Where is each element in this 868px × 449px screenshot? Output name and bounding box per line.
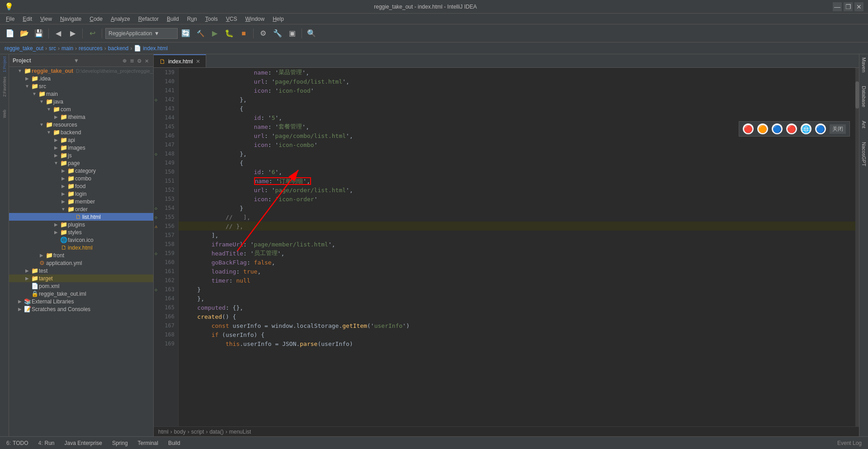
menu-navigate[interactable]: Navigate [57, 15, 85, 23]
menu-build[interactable]: Build [163, 15, 183, 23]
tree-item-itheima[interactable]: ▶ 📁 itheima [9, 113, 153, 121]
breadcrumb-backend[interactable]: backend [108, 45, 128, 52]
breadcrumb-src[interactable]: src [49, 45, 56, 52]
editor-tab-index-html[interactable]: 🗋 index.html ✕ [154, 54, 206, 67]
tree-item-pom-xml[interactable]: 📄 pom.xml [9, 282, 153, 290]
tree-item-js[interactable]: ▶ 📁 js [9, 151, 153, 159]
bottom-tab-build[interactable]: Build [164, 439, 185, 447]
bottom-tab-event-log[interactable]: Event Log [833, 439, 866, 447]
breadcrumb-script[interactable]: script [191, 429, 204, 435]
menu-edit[interactable]: Edit [19, 15, 36, 23]
menu-refactor[interactable]: Refactor [135, 15, 162, 23]
toolbar-stop-button[interactable]: ■ [237, 27, 250, 40]
vertical-scrollbar[interactable] [855, 68, 859, 426]
browser-ie-icon[interactable]: 🌐 [801, 123, 811, 134]
tree-item-api[interactable]: ▶ 📁 api [9, 136, 153, 144]
toolbar-run-button[interactable]: ▶ [208, 27, 221, 40]
tree-item-main[interactable]: ▼ 📁 main [9, 90, 153, 98]
browser-safari-icon[interactable]: 🔵 [815, 123, 826, 134]
menu-run[interactable]: Run [184, 15, 201, 23]
toolbar-new-button[interactable]: 📄 [4, 27, 16, 40]
tree-item-target[interactable]: ▶ 📁 target [9, 274, 153, 282]
tree-item-page[interactable]: ▼ 📁 page [9, 159, 153, 167]
toolbar-reload-button[interactable]: 🔄 [179, 27, 192, 40]
tree-item-application-yml[interactable]: ⚙ application.yml [9, 259, 153, 267]
tree-item-test[interactable]: ▶ 📁 test [9, 267, 153, 274]
bottom-tab-run[interactable]: 4: Run [33, 439, 59, 447]
project-locate-icon[interactable]: ⊕ [122, 56, 127, 65]
breadcrumb-resources[interactable]: resources [79, 45, 103, 52]
tree-item-backend[interactable]: ▼ 📁 backend [9, 128, 153, 136]
breadcrumb-main[interactable]: main [61, 45, 73, 52]
close-button[interactable]: ✕ [854, 2, 863, 11]
tree-item-src[interactable]: ▼ 📁 src [9, 82, 153, 90]
browser-chrome-icon[interactable]: 🔴 [743, 123, 754, 134]
project-close-icon[interactable]: ✕ [144, 56, 150, 65]
breadcrumb-html[interactable]: html [158, 429, 169, 435]
tree-item-iml[interactable]: 🔒 reggie_take_out.iml [9, 290, 153, 298]
toolbar-back-button[interactable]: ◀ [52, 27, 65, 40]
toolbar-undo-button[interactable]: ↩ [86, 27, 99, 40]
breadcrumb-body[interactable]: body [174, 429, 186, 435]
toolbar-layout-button[interactable]: ▣ [286, 27, 298, 40]
toolbar-build-button[interactable]: 🔨 [194, 27, 207, 40]
bottom-tab-java-enterprise[interactable]: Java Enterprise [60, 439, 107, 447]
breadcrumb-root[interactable]: reggie_take_out [5, 45, 43, 52]
menu-help[interactable]: Help [269, 15, 288, 23]
activity-favorites[interactable]: 2:Favorites [0, 78, 9, 96]
run-config-dropdown[interactable]: ReggieApplication ▼ [105, 28, 178, 39]
bottom-tab-terminal[interactable]: Terminal [133, 439, 163, 447]
tree-item-com[interactable]: ▼ 📁 com [9, 105, 153, 113]
project-settings-icon[interactable]: ⚙ [137, 56, 142, 65]
browser-firefox-icon[interactable]: 🟠 [757, 123, 768, 134]
tree-item-member[interactable]: ▶ 📁 member [9, 198, 153, 205]
toolbar-search-button[interactable]: 🔍 [305, 27, 318, 40]
minimize-button[interactable]: — [833, 2, 842, 11]
tree-item-resources[interactable]: ▼ 📁 resources [9, 121, 153, 128]
bottom-tab-todo[interactable]: 6: TODO [2, 439, 33, 447]
tree-item-order[interactable]: ▼ 📁 order [9, 205, 153, 213]
tree-item-front[interactable]: ▶ 📁 front [9, 251, 153, 259]
tree-item-login[interactable]: ▶ 📁 login [9, 190, 153, 198]
toolbar-debug-button[interactable]: 🐛 [223, 27, 236, 40]
toolbar-save-button[interactable]: 💾 [33, 27, 45, 40]
activity-project[interactable]: 1:Project [0, 55, 9, 73]
browser-popup-close[interactable]: 关闭 [830, 124, 846, 134]
browser-opera-icon[interactable]: 🔴 [786, 123, 797, 134]
tree-item-java[interactable]: ▼ 📁 java [9, 98, 153, 105]
toolbar-sdk-button[interactable]: 🔧 [271, 27, 284, 40]
tree-item-favicon[interactable]: 🌐 favicon.ico [9, 236, 153, 244]
tree-item-category[interactable]: ▶ 📁 category [9, 167, 153, 175]
toolbar-settings-button[interactable]: ⚙ [257, 27, 269, 40]
breadcrumb-file[interactable]: index.html [143, 45, 168, 52]
browser-edge-icon[interactable]: 🔵 [772, 123, 783, 134]
menu-file[interactable]: File [2, 15, 18, 23]
right-panel-maven[interactable]: Maven [860, 55, 868, 75]
maximize-button[interactable]: ❐ [844, 2, 853, 11]
activity-web[interactable]: Web [0, 105, 9, 123]
menu-analyze[interactable]: Analyze [107, 15, 134, 23]
window-controls[interactable]: — ❐ ✕ [833, 2, 863, 11]
scrollbar-thumb[interactable] [855, 81, 859, 109]
tab-close-icon[interactable]: ✕ [196, 58, 200, 65]
toolbar-open-button[interactable]: 📂 [18, 27, 31, 40]
tree-item-root[interactable]: ▼ 📁 reggie_take_out D:\develop\itheima_p… [9, 67, 153, 75]
menu-window[interactable]: Window [241, 15, 268, 23]
right-panel-nacos[interactable]: NacosGPT [860, 140, 868, 169]
tree-item-list-html[interactable]: 🗋 list.html [9, 213, 153, 221]
tree-item-scratches[interactable]: ▶ 📝 Scratches and Consoles [9, 305, 153, 313]
tree-item-idea[interactable]: ▶ 📁 .idea [9, 75, 153, 82]
tree-item-food[interactable]: ▶ 📁 food [9, 182, 153, 190]
tree-item-index-html[interactable]: 🗋 index.html [9, 244, 153, 251]
tree-item-combo[interactable]: ▶ 📁 combo [9, 175, 153, 182]
menu-vcs[interactable]: VCS [222, 15, 241, 23]
tree-item-images[interactable]: ▶ 📁 images [9, 144, 153, 151]
menu-code[interactable]: Code [86, 15, 106, 23]
breadcrumb-menulist[interactable]: menuList [229, 429, 251, 435]
menu-tools[interactable]: Tools [202, 15, 222, 23]
project-collapse-icon[interactable]: ≡ [129, 56, 135, 65]
menu-view[interactable]: View [37, 15, 56, 23]
tree-item-ext-libs[interactable]: ▶ 📚 External Libraries [9, 298, 153, 305]
tree-item-plugins[interactable]: ▶ 📁 plugins [9, 221, 153, 228]
bottom-tab-spring[interactable]: Spring [108, 439, 132, 447]
